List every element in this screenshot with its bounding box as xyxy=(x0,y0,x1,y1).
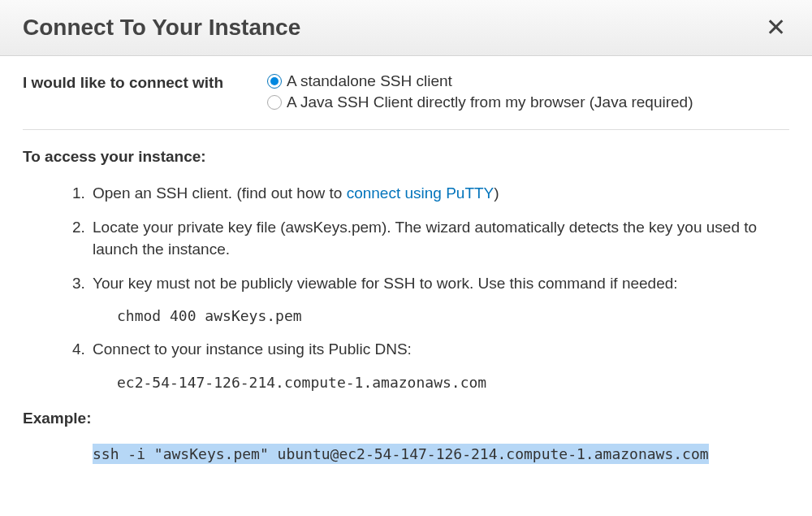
connect-method-row: I would like to connect with A standalon… xyxy=(23,72,789,121)
radio-icon xyxy=(267,95,282,110)
dialog-title: Connect To Your Instance xyxy=(23,15,300,41)
step-1-text-prefix: Open an SSH client. (find out how to xyxy=(93,184,347,202)
step-1: Open an SSH client. (find out how to con… xyxy=(89,182,789,205)
connect-method-label: I would like to connect with xyxy=(23,72,223,92)
chmod-command: chmod 400 awsKeys.pem xyxy=(117,306,789,327)
close-icon[interactable]: ✕ xyxy=(762,15,789,40)
putty-link[interactable]: connect using PuTTY xyxy=(347,184,495,202)
connect-method-options: A standalone SSH client A Java SSH Clien… xyxy=(267,72,693,111)
radio-option-ssh-client[interactable]: A standalone SSH client xyxy=(267,72,693,90)
steps-list: Open an SSH client. (find out how to con… xyxy=(23,182,789,393)
step-4: Connect to your instance using its Publi… xyxy=(89,338,789,393)
example-label: Example: xyxy=(23,410,789,427)
radio-label: A standalone SSH client xyxy=(287,72,452,90)
radio-icon xyxy=(267,74,282,89)
radio-label: A Java SSH Client directly from my brows… xyxy=(287,93,693,111)
step-4-text: Connect to your instance using its Publi… xyxy=(93,340,412,358)
step-1-text-suffix: ) xyxy=(494,184,499,202)
step-3-text: Your key must not be publicly viewable f… xyxy=(93,275,678,292)
radio-option-java-client[interactable]: A Java SSH Client directly from my brows… xyxy=(267,93,693,111)
step-3: Your key must not be publicly viewable f… xyxy=(89,272,789,327)
access-title: To access your instance: xyxy=(23,148,789,166)
example-command: ssh -i "awsKeys.pem" ubuntu@ec2-54-147-1… xyxy=(93,444,709,464)
step-2: Locate your private key file (awsKeys.pe… xyxy=(89,216,789,261)
public-dns: ec2-54-147-126-214.compute-1.amazonaws.c… xyxy=(117,372,789,393)
divider xyxy=(23,129,789,130)
dialog-header: Connect To Your Instance ✕ xyxy=(0,0,812,56)
example-row: ssh -i "awsKeys.pem" ubuntu@ec2-54-147-1… xyxy=(23,445,789,463)
dialog-content: I would like to connect with A standalon… xyxy=(0,56,812,463)
